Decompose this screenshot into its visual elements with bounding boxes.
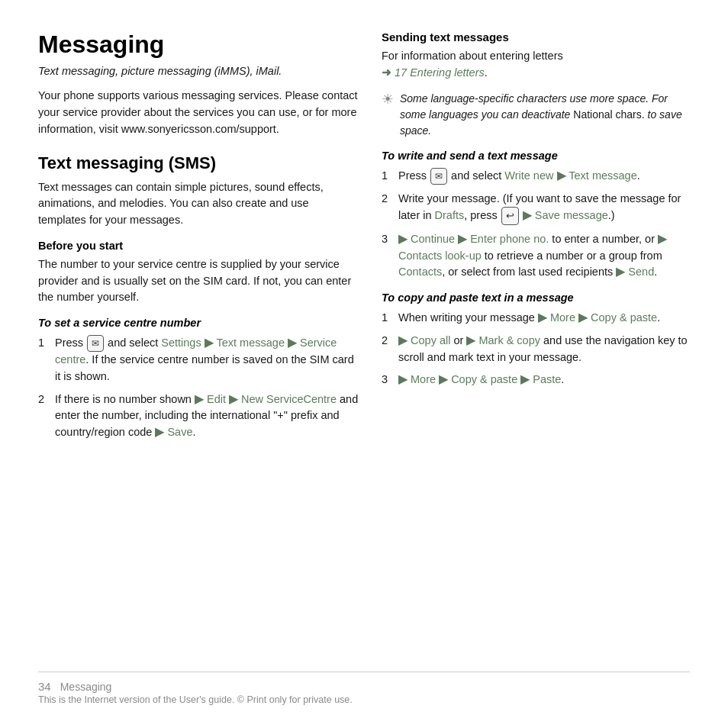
copy-title: To copy and paste text in a message xyxy=(382,292,690,304)
c-arrow-1: ▶ xyxy=(538,311,547,324)
copy-paste-link-2: Copy & paste xyxy=(451,373,517,385)
tip-icon: ☀ xyxy=(382,91,394,108)
write-step-num-3: 3 xyxy=(382,231,392,281)
copy-all-link: Copy all xyxy=(411,334,450,346)
footer-notice: This is the Internet version of the User… xyxy=(38,694,690,705)
sending-text-content: For information about entering letters xyxy=(382,50,563,62)
intro-text: Your phone supports various messaging se… xyxy=(38,88,359,137)
copy-step-1: 1 When writing your message ▶ More ▶ Cop… xyxy=(382,310,690,327)
write-steps: 1 Press ✉ and select Write new ▶ Text me… xyxy=(382,168,690,282)
subtitle: Text messaging, picture messaging (iMMS)… xyxy=(38,63,359,79)
contacts-link: Contacts xyxy=(398,266,442,278)
right-column: Sending text messages For information ab… xyxy=(382,31,690,664)
paste-link: Paste xyxy=(533,373,561,385)
write-step-3: 3 ▶ Continue ▶ Enter phone no. to enter … xyxy=(382,231,690,281)
page-title: Messaging xyxy=(38,31,359,59)
page: Messaging Text messaging, picture messag… xyxy=(0,0,728,728)
footer-section: Messaging xyxy=(60,681,112,693)
c-arrow-5: ▶ xyxy=(398,373,407,385)
copy-step-text-3: ▶ More ▶ Copy & paste ▶ Paste. xyxy=(398,372,690,388)
write-title: To write and send a text message xyxy=(382,150,690,162)
arrow-4: ▶ xyxy=(229,393,238,405)
step-text-1: Press ✉ and select Settings ▶ Text messa… xyxy=(55,335,359,385)
content-area: Messaging Text messaging, picture messag… xyxy=(38,31,690,664)
copy-step-num-3: 3 xyxy=(382,372,392,388)
sms-body: Text messages can contain simple picture… xyxy=(38,179,359,229)
arrow-1: ▶ xyxy=(205,337,214,349)
save-link: Save xyxy=(167,426,192,438)
copy-steps: 1 When writing your message ▶ More ▶ Cop… xyxy=(382,310,690,388)
copy-step-num-2: 2 xyxy=(382,333,392,366)
write-new-link: Write new xyxy=(504,169,553,182)
continue-link: Continue xyxy=(411,233,455,245)
arrow-2: ▶ xyxy=(288,337,297,349)
c-arrow-3: ▶ xyxy=(398,334,407,346)
copy-step-3: 3 ▶ More ▶ Copy & paste ▶ Paste. xyxy=(382,372,690,388)
write-step-text-2: Write your message. (If you want to save… xyxy=(398,191,690,225)
new-service-centre-link: New ServiceCentre xyxy=(241,393,337,405)
w-arrow-2: ▶ xyxy=(523,209,532,221)
contacts-lookup-link: Contacts look-up xyxy=(398,250,482,262)
more-link-1: More xyxy=(550,311,575,324)
c-arrow-6: ▶ xyxy=(439,373,448,385)
more-link-2: More xyxy=(411,373,436,385)
menu-key-1: ✉ xyxy=(87,335,104,352)
step-text-2: If there is no number shown ▶ Edit ▶ New… xyxy=(55,391,359,441)
copy-step-text-2: ▶ Copy all or ▶ Mark & copy and use the … xyxy=(398,333,690,366)
arrow-sending: ➜ xyxy=(382,66,391,79)
c-arrow-4: ▶ xyxy=(466,334,475,346)
write-step-text-1: Press ✉ and select Write new ▶ Text mess… xyxy=(398,168,690,185)
copy-step-text-1: When writing your message ▶ More ▶ Copy … xyxy=(398,310,690,327)
sending-text: For information about entering letters ➜… xyxy=(382,48,690,82)
edit-link: Edit xyxy=(207,393,226,405)
step-num-2: 2 xyxy=(38,391,49,441)
w-arrow-4: ▶ xyxy=(458,233,467,245)
w-arrow-5: ▶ xyxy=(658,233,667,245)
send-link: Send xyxy=(628,266,654,278)
enter-phone-link: Enter phone no. xyxy=(470,233,549,245)
step-2: 2 If there is no number shown ▶ Edit ▶ N… xyxy=(38,391,359,441)
page-number: 34 xyxy=(38,680,51,693)
before-heading: Before you start xyxy=(38,240,359,252)
w-arrow-6: ▶ xyxy=(616,266,625,278)
footer-page-info: 34 Messaging xyxy=(38,680,690,693)
entering-letters-link: 17 Entering letters xyxy=(395,66,485,79)
copy-step-num-1: 1 xyxy=(382,310,392,327)
back-key: ↩ xyxy=(501,207,519,225)
before-text: The number to your service centre is sup… xyxy=(38,256,359,306)
settings-link: Settings xyxy=(161,337,201,349)
arrow-5: ▶ xyxy=(155,426,164,438)
c-arrow-2: ▶ xyxy=(578,311,588,324)
write-step-1: 1 Press ✉ and select Write new ▶ Text me… xyxy=(382,168,690,185)
write-step-text-3: ▶ Continue ▶ Enter phone no. to enter a … xyxy=(398,231,690,281)
w-arrow-1: ▶ xyxy=(557,169,566,182)
mark-copy-link: Mark & copy xyxy=(478,334,540,346)
text-message-link-2: Text message xyxy=(569,169,636,182)
c-arrow-7: ▶ xyxy=(520,373,530,385)
tip-national: National chars. xyxy=(573,108,644,121)
menu-key-2: ✉ xyxy=(430,168,447,185)
left-column: Messaging Text messaging, picture messag… xyxy=(38,31,359,664)
sms-heading: Text messaging (SMS) xyxy=(38,153,359,173)
copy-paste-link-1: Copy & paste xyxy=(591,311,657,324)
sending-heading: Sending text messages xyxy=(382,31,690,43)
arrow-3: ▶ xyxy=(195,393,204,405)
write-step-num-1: 1 xyxy=(382,168,392,185)
write-step-2: 2 Write your message. (If you want to sa… xyxy=(382,191,690,225)
copy-step-2: 2 ▶ Copy all or ▶ Mark & copy and use th… xyxy=(382,333,690,366)
footer: 34 Messaging This is the Internet versio… xyxy=(38,672,690,705)
save-message-link: Save message xyxy=(535,209,608,221)
w-arrow-3: ▶ xyxy=(398,233,407,245)
drafts-link: Drafts xyxy=(435,209,465,221)
tip-text: Some language-specific characters use mo… xyxy=(400,91,690,139)
step-num-1: 1 xyxy=(38,335,49,385)
write-step-num-2: 2 xyxy=(382,191,392,225)
set-procedure-title: To set a service centre number xyxy=(38,317,359,329)
text-message-link-1: Text message xyxy=(216,337,284,349)
tip-box: ☀ Some language-specific characters use … xyxy=(382,91,690,139)
step-1: 1 Press ✉ and select Settings ▶ Text mes… xyxy=(38,335,359,385)
set-steps: 1 Press ✉ and select Settings ▶ Text mes… xyxy=(38,335,359,441)
